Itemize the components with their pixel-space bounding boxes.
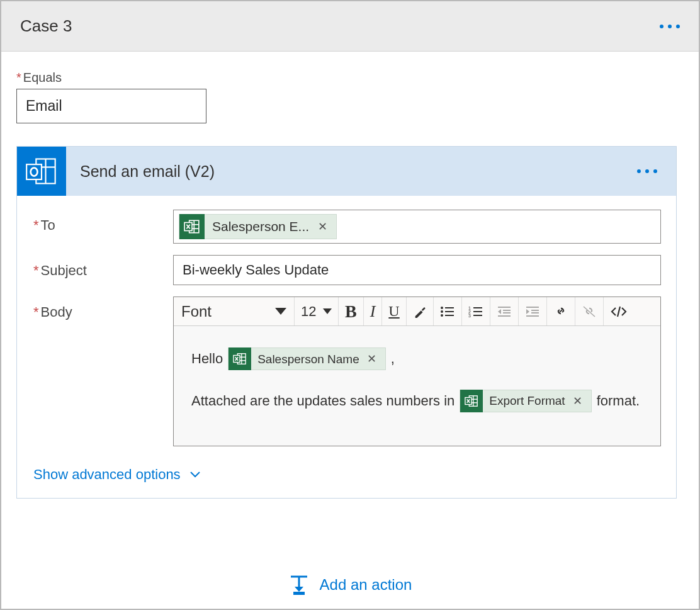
svg-rect-43 — [293, 592, 305, 595]
remove-token-icon[interactable]: ✕ — [570, 388, 585, 415]
excel-icon — [460, 390, 483, 412]
case-panel: Case 3 *Equals — [0, 0, 700, 610]
action-title: Send an email (V2) — [80, 162, 215, 181]
eyedropper-icon — [413, 305, 427, 319]
required-star-icon: * — [33, 263, 39, 278]
to-row: *To Salesperson E... ✕ — [33, 210, 661, 244]
body-editor: Font 12 B I U — [173, 297, 661, 446]
svg-point-14 — [441, 314, 443, 317]
font-family-dropdown[interactable]: Font — [174, 297, 295, 325]
link-icon — [553, 305, 568, 319]
svg-point-12 — [441, 310, 443, 313]
case-content: *Equals Send an email (V2) — [1, 52, 699, 596]
code-view-button[interactable] — [604, 297, 634, 325]
required-star-icon: * — [33, 304, 39, 320]
case-menu-ellipsis-icon[interactable] — [660, 25, 680, 28]
body-text-hello: Hello — [191, 342, 223, 376]
font-size-dropdown[interactable]: 12 — [295, 297, 339, 325]
send-email-header[interactable]: Send an email (V2) — [17, 147, 676, 196]
link-button[interactable] — [547, 297, 575, 325]
indent-button[interactable] — [519, 297, 547, 325]
code-icon — [610, 305, 628, 319]
add-action-label: Add an action — [320, 576, 412, 594]
caret-down-icon — [323, 308, 332, 314]
send-email-action-card: Send an email (V2) *To — [16, 146, 677, 499]
remove-token-icon[interactable]: ✕ — [364, 346, 379, 373]
add-action-button[interactable]: Add an action — [16, 574, 684, 596]
body-text-comma: , — [391, 342, 395, 376]
equals-input[interactable] — [16, 89, 206, 123]
underline-button[interactable]: U — [382, 297, 406, 325]
subject-label: Subject — [41, 263, 87, 278]
body-content-area[interactable]: Hello Salesperson Name ✕ , — [174, 326, 660, 446]
show-advanced-options-link[interactable]: Show advanced options — [33, 466, 201, 483]
required-star-icon: * — [16, 71, 21, 84]
excel-icon — [179, 214, 205, 239]
unlink-icon — [582, 305, 597, 319]
to-input[interactable]: Salesperson E... ✕ — [173, 210, 661, 244]
case-title: Case 3 — [20, 16, 72, 36]
remove-token-icon[interactable]: ✕ — [315, 220, 330, 234]
required-star-icon: * — [33, 217, 39, 233]
body-token-export-format[interactable]: Export Format ✕ — [460, 390, 591, 412]
action-body: *To Salesperson E... ✕ — [17, 196, 676, 498]
body-token-salesperson-name[interactable]: Salesperson Name ✕ — [228, 347, 386, 370]
svg-text:3: 3 — [468, 313, 471, 318]
to-label: To — [41, 217, 55, 233]
subject-row: *Subject — [33, 255, 661, 285]
body-row: *Body Font 12 — [33, 297, 661, 446]
chevron-down-icon — [189, 471, 201, 478]
outlook-icon — [17, 147, 66, 196]
underline-icon: U — [388, 303, 399, 320]
bullet-list-icon — [440, 305, 455, 319]
italic-button[interactable]: I — [364, 297, 383, 325]
svg-rect-3 — [26, 164, 42, 179]
svg-point-10 — [441, 307, 443, 309]
indent-icon — [525, 305, 540, 319]
body-text-line2-pre: Attached are the updates sales numbers i… — [191, 385, 454, 418]
body-text-line2-post: format. — [597, 385, 640, 418]
italic-icon: I — [370, 302, 376, 321]
outdent-button[interactable] — [490, 297, 519, 325]
bold-button[interactable]: B — [339, 297, 364, 325]
color-picker-button[interactable] — [407, 297, 434, 325]
excel-icon — [229, 347, 251, 370]
body-label: Body — [41, 304, 72, 320]
rich-text-toolbar: Font 12 B I U — [174, 297, 660, 326]
subject-input[interactable] — [173, 255, 661, 285]
unlink-button[interactable] — [575, 297, 604, 325]
numbered-list-button[interactable]: 123 — [462, 297, 490, 325]
numbered-list-icon: 123 — [468, 305, 483, 319]
bullet-list-button[interactable] — [434, 297, 462, 325]
equals-label: *Equals — [16, 71, 684, 85]
case-header: Case 3 — [1, 1, 699, 52]
action-menu-ellipsis-icon[interactable] — [637, 169, 657, 173]
caret-down-icon — [275, 308, 286, 315]
outdent-icon — [497, 305, 512, 319]
bold-icon: B — [345, 302, 357, 322]
to-token-salesperson-email[interactable]: Salesperson E... ✕ — [179, 214, 337, 239]
insert-action-icon — [288, 574, 310, 596]
